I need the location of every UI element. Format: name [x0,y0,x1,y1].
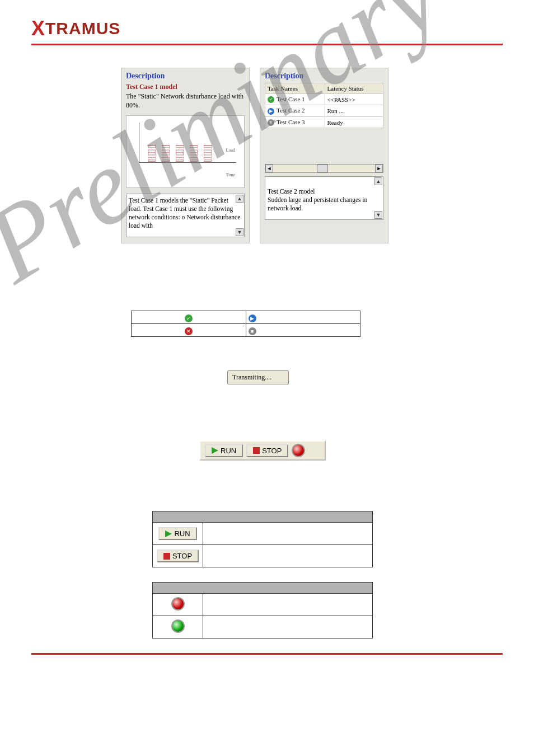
stop-button[interactable]: STOP [246,444,288,457]
table-row: STOP [153,545,373,567]
svg-marker-0 [212,447,218,454]
run-icon: ▶ [249,314,256,322]
bottom-divider [31,653,503,655]
scroll-up-icon[interactable]: ▲ [236,195,243,203]
scroll-down-icon[interactable]: ▼ [374,211,382,219]
brand-logo-rest: TRAMUS [45,19,120,37]
chart-x-label: Time [226,172,235,177]
right-detail-box: Test Case 2 model Sudden large and persi… [265,176,383,220]
scroll-down-icon[interactable]: ▼ [236,228,243,236]
chart-y-label: Load [226,148,235,153]
left-panel-title: Description [126,72,245,81]
orb-info-table [152,582,373,638]
stop-icon [163,553,170,560]
left-detail-text: Test Case 1 models the "Static" Packet l… [129,197,240,229]
left-description-panel: Description Test Case 1 model The "Stati… [121,68,250,243]
run-button[interactable]: RUN [158,527,196,540]
col-latency-status: Latency Status [325,83,383,94]
pass-icon: ✓ [268,96,274,103]
brand-logo-x: X [31,17,45,40]
play-icon [165,530,172,537]
svg-rect-1 [253,447,260,454]
table-row: ■Test Case 3 Ready [265,116,383,128]
run-stop-toolbar: RUN STOP [199,440,326,461]
table-row: ✓Test Case 1 <<PASS>> [265,94,383,105]
table-row [153,594,373,616]
left-summary: The "Static" Network disturbance load wi… [126,92,245,110]
horizontal-scrollbar[interactable]: ◄ ► [265,164,383,173]
scroll-left-icon[interactable]: ◄ [265,165,273,172]
left-detail-box: Test Case 1 models the "Static" Packet l… [126,194,245,237]
play-icon [212,447,218,454]
run-icon: ▶ [268,108,274,115]
right-description-panel: Description Task Names Latency Status ✓T… [260,68,388,243]
table-row: RUN [153,523,373,545]
scroll-right-icon[interactable]: ► [375,165,383,172]
table-row: ▶Test Case 2 Run ... [265,105,383,116]
left-model-heading: Test Case 1 model [126,83,245,91]
ready-icon: ■ [268,119,274,126]
ready-icon: ■ [249,327,256,335]
table-header [153,511,373,523]
transmit-status: Transmiting.... [227,370,289,384]
run-stop-info-table: RUN STOP [152,511,373,567]
stop-icon [253,447,260,454]
task-table: Task Names Latency Status ✓Test Case 1 <… [265,83,383,128]
right-panel-title: Description [265,72,383,81]
col-task-names: Task Names [265,83,325,94]
table-header [153,583,373,594]
table-row [153,616,373,638]
scroll-thumb[interactable] [317,165,328,172]
right-detail-text: Test Case 2 model Sudden large and persi… [268,188,367,212]
run-button[interactable]: RUN [205,444,243,457]
green-orb-icon [171,619,185,633]
svg-marker-2 [165,530,172,537]
scroll-up-icon[interactable]: ▲ [374,177,382,185]
load-chart: Load Time [126,115,245,188]
red-orb-icon [171,597,185,611]
fail-icon: ✕ [185,327,193,335]
pass-icon: ✓ [185,314,193,322]
status-orb-red [292,444,305,457]
stop-button[interactable]: STOP [157,550,199,562]
status-icon-table: ✓ ▶ ✕ ■ [131,311,360,337]
top-divider [31,44,503,45]
brand-logo: XTRAMUS [31,17,503,40]
svg-rect-3 [163,553,170,560]
